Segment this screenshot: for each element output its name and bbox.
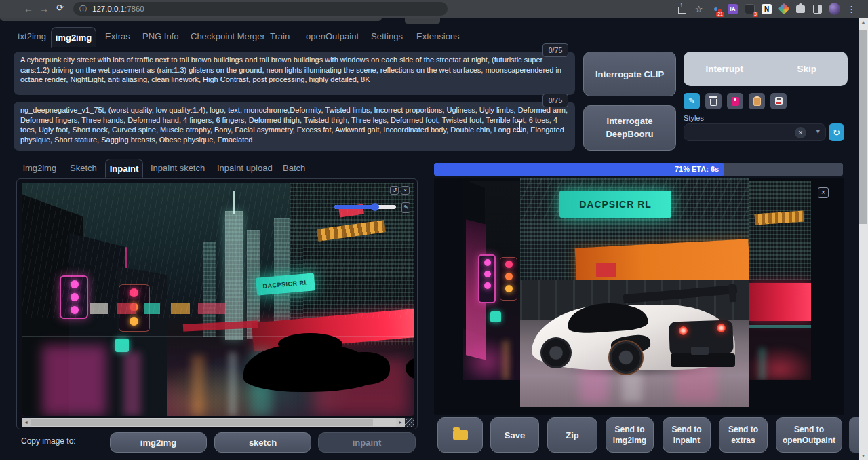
extension-ia-icon[interactable]: IA: [727, 3, 738, 15]
page-scrollbar[interactable]: ▲ ▼: [859, 18, 868, 460]
copy-to-sketch-button[interactable]: sketch: [214, 432, 311, 453]
close-icon: ×: [821, 189, 825, 196]
extension-n-icon[interactable]: N: [761, 3, 772, 15]
gallery-close-button[interactable]: ×: [818, 187, 829, 198]
inpaint-canvas-block: DACPSICR RL: [16, 178, 418, 429]
hscroll-left-icon[interactable]: ◂: [22, 418, 31, 427]
send-to-extras-button[interactable]: Send to extras: [719, 417, 768, 453]
prompt-token-counter: 0/75: [542, 43, 568, 57]
tab-extras[interactable]: Extras: [105, 26, 130, 47]
clear-prompt-button[interactable]: [705, 93, 722, 109]
card-icon: [732, 97, 739, 106]
resize-handle[interactable]: [405, 418, 414, 427]
tab-txt2img[interactable]: txt2img: [18, 26, 46, 47]
skip-button[interactable]: Skip: [766, 52, 848, 86]
url-host: 127.0.0.1: [92, 5, 125, 13]
send-to-openoutpaint-button[interactable]: Send to openOutpaint: [776, 417, 842, 453]
save-style-button[interactable]: [770, 93, 787, 109]
copy-to-inpaint-button[interactable]: inpaint: [318, 432, 416, 453]
canvas-clear-button[interactable]: ×: [401, 186, 410, 195]
browser-menu-icon[interactable]: ⋮: [846, 3, 857, 15]
address-bar[interactable]: ⓘ 127.0.0.1:7860: [73, 2, 448, 16]
scroll-down-icon[interactable]: ▼: [859, 453, 868, 458]
brush-tool-button[interactable]: ✎: [401, 202, 410, 213]
interrupt-button[interactable]: Interrupt: [684, 52, 766, 86]
share-icon[interactable]: [676, 3, 688, 15]
tab-train[interactable]: Train: [270, 26, 290, 47]
inpaint-mask-blob-top: [278, 333, 342, 355]
interrogate-clip-button[interactable]: Interrogate CLIP: [583, 52, 676, 96]
preview-live-image[interactable]: DACPSICR RL: [520, 178, 749, 407]
send-to-img2img-button[interactable]: Send to img2img: [606, 417, 654, 453]
inpaint-canvas[interactable]: DACPSICR RL: [22, 183, 414, 416]
preview-right-strip[interactable]: [749, 181, 811, 380]
hscroll-right-icon[interactable]: ▸: [396, 418, 405, 427]
back-icon[interactable]: ←: [24, 2, 33, 16]
chevron-down-icon[interactable]: ▾: [816, 127, 820, 136]
save-button[interactable]: Save: [490, 417, 539, 453]
styles-dropdown[interactable]: × ▾: [684, 123, 826, 141]
scene-reflect-white: [229, 352, 237, 416]
negative-prompt-textarea[interactable]: ng_deepnegative_v1_75t, (worst quality, …: [14, 102, 575, 151]
prompt-textarea[interactable]: A cyberpunk city street with lots of tra…: [14, 52, 575, 95]
preview-left-strip[interactable]: [463, 181, 522, 380]
extensions-puzzle-icon[interactable]: [795, 3, 806, 15]
brush-icon: ✎: [403, 204, 408, 210]
subtab-img2img[interactable]: img2img: [23, 159, 56, 178]
subtab-inpaint[interactable]: Inpaint: [105, 159, 143, 178]
extra-networks-button[interactable]: [727, 93, 743, 109]
scrollbar-thumb[interactable]: [859, 30, 867, 224]
paste-params-button[interactable]: ✎: [684, 93, 700, 109]
hscroll-thumb[interactable]: [31, 419, 373, 426]
tab-img2img[interactable]: img2img: [51, 27, 96, 48]
output-gallery: ×: [434, 178, 844, 415]
scene-horizon: [22, 336, 414, 337]
preview-teal-sign: DACPSICR RL: [559, 191, 671, 218]
folder-icon: [453, 430, 468, 440]
copy-image-to-label: Copy image to:: [21, 436, 76, 446]
scene-reflect-pink: [123, 352, 141, 416]
extension-diamond-icon[interactable]: [778, 3, 789, 15]
tab-openoutpaint[interactable]: openOutpaint: [306, 26, 359, 47]
canvas-undo-button[interactable]: ↺: [390, 186, 399, 195]
undo-icon: ↺: [392, 187, 397, 193]
copy-to-img2img-button[interactable]: img2img: [110, 432, 207, 453]
tab-settings[interactable]: Settings: [371, 26, 403, 47]
tab-png-info[interactable]: PNG Info: [142, 26, 178, 47]
subtab-inpaint-sketch[interactable]: Inpaint sketch: [151, 159, 205, 178]
reload-icon[interactable]: ⟳: [56, 1, 64, 15]
apply-style-button[interactable]: [749, 93, 765, 109]
progress-label: 71% ETA: 6s: [675, 165, 719, 173]
bookmark-star-icon[interactable]: ☆: [693, 3, 705, 15]
brush-size-slider[interactable]: [334, 205, 396, 209]
subtab-inpaint-upload[interactable]: Inpaint upload: [217, 159, 273, 178]
subtab-sketch[interactable]: Sketch: [70, 159, 97, 178]
floppy-icon: [775, 97, 783, 105]
extension-a-badge: 21: [716, 12, 724, 17]
sidepanel-icon[interactable]: [812, 3, 823, 15]
brush-slider-thumb[interactable]: [371, 203, 379, 211]
canvas-hscrollbar[interactable]: ◂ ▸: [22, 418, 414, 427]
top-remnant-tab: [405, 18, 440, 24]
webui-page: txt2img img2img Extras PNG Info Checkpoi…: [0, 18, 859, 460]
subtab-batch[interactable]: Batch: [283, 159, 305, 178]
tab-checkpoint-merger[interactable]: Checkpoint Merger: [191, 26, 265, 47]
extension-a-icon[interactable]: 21: [710, 3, 722, 15]
forward-icon[interactable]: →: [39, 2, 49, 16]
interrogate-deepbooru-button[interactable]: Interrogate DeepBooru: [583, 105, 676, 151]
styles-clear-icon[interactable]: ×: [795, 127, 806, 138]
profile-avatar[interactable]: [829, 3, 840, 15]
scene-teal-small-sign: [115, 339, 129, 352]
zip-button[interactable]: Zip: [547, 417, 597, 453]
scene-reflect-magenta: [42, 345, 106, 416]
trash-icon: [710, 99, 717, 106]
open-folder-button[interactable]: [437, 417, 483, 453]
tab-extensions[interactable]: Extensions: [416, 26, 460, 47]
refresh-styles-button[interactable]: ↻: [829, 123, 844, 141]
extension-b-icon[interactable]: 3: [744, 3, 755, 15]
negative-token-counter: 0/75: [542, 94, 568, 107]
site-info-icon[interactable]: ⓘ: [79, 2, 87, 16]
scroll-up-icon[interactable]: ▲: [859, 20, 868, 24]
preview-car: [528, 286, 745, 384]
send-to-inpaint-button[interactable]: Send to inpaint: [663, 417, 711, 453]
